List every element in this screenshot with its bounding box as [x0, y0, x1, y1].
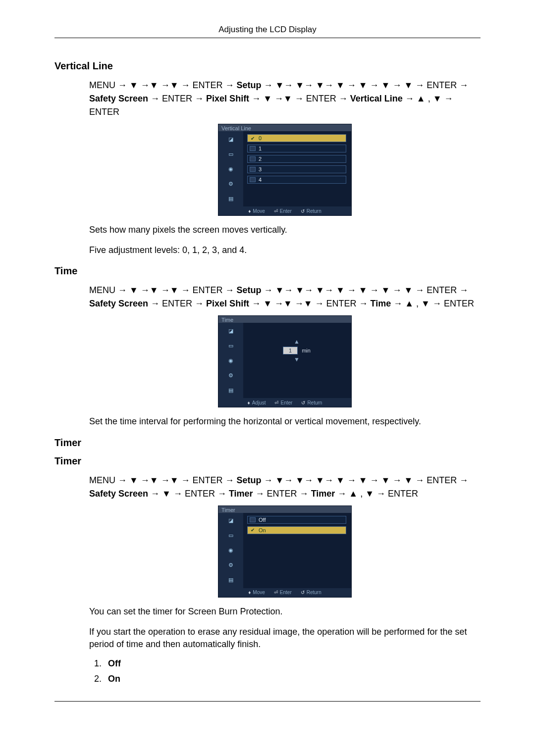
check-icon [250, 177, 256, 182]
osd-option[interactable]: ✔0 [247, 134, 346, 142]
osd-sidebar: ◪ ▭ ◉ ⚙ ▤ [218, 323, 243, 398]
nav-path-vertical-line: MENU → ▼ →▼ →▼ → ENTER → Setup → ▼→ ▼→ ▼… [89, 79, 481, 119]
check-icon: ✔ [250, 136, 256, 141]
osd-foot: ♦Move ⏎Enter ↺Return [218, 588, 351, 597]
gear-icon: ⚙ [223, 560, 238, 570]
return-icon: ↺ [301, 590, 305, 595]
osd-sidebar: ◪ ▭ ◉ ⚙ ▤ [218, 131, 243, 206]
footer-rule [54, 701, 481, 702]
osd-main: Off ✔On [243, 513, 351, 588]
heading-timer-1: Timer [54, 437, 481, 449]
heading-timer-2: Timer [54, 455, 481, 467]
gear-icon: ⚙ [223, 370, 238, 380]
timer-options-list: Off On [104, 658, 481, 684]
osd-option[interactable]: 1 [247, 145, 346, 152]
power-icon: ◉ [223, 164, 238, 174]
picture-icon: ◪ [223, 516, 238, 526]
enter-icon: ⏎ [274, 590, 278, 595]
osd-foot: ♦Move ⏎Enter ↺Return [218, 206, 351, 215]
multi-icon: ▤ [223, 575, 238, 585]
adjust-icon: ♦ [248, 400, 250, 405]
osd-option[interactable]: 3 [247, 165, 346, 173]
check-icon [250, 517, 256, 522]
picture-icon: ◪ [223, 326, 238, 336]
enter-icon: ⏎ [274, 400, 278, 405]
up-arrow-icon[interactable]: ▲ [294, 339, 300, 345]
enter-icon: ⏎ [274, 208, 278, 214]
nav-path-timer: MENU → ▼ →▼ →▼ → ENTER → Setup → ▼→ ▼→ ▼… [89, 474, 481, 501]
osd-time: Time ◪ ▭ ◉ ⚙ ▤ ▲ 1 min [218, 315, 352, 407]
osd-title: Vertical Line [218, 124, 351, 131]
osd-option[interactable]: ✔On [247, 526, 346, 534]
time-unit: min [302, 348, 311, 353]
move-icon: ♦ [248, 590, 251, 595]
osd-main: ▲ 1 min ▼ [243, 323, 351, 398]
check-icon: ✔ [250, 528, 256, 533]
vertical-line-desc-2: Five adjustment levels: 0, 1, 2, 3, and … [89, 244, 481, 256]
osd-sidebar: ◪ ▭ ◉ ⚙ ▤ [218, 513, 243, 588]
multi-icon: ▤ [223, 385, 238, 395]
input-icon: ▭ [223, 341, 238, 351]
power-icon: ◉ [223, 355, 238, 365]
osd-foot: ♦Adjust ⏎Enter ↺Return [218, 398, 351, 407]
picture-icon: ◪ [223, 134, 238, 144]
list-item: On [104, 674, 481, 684]
osd-vertical-line: Vertical Line ◪ ▭ ◉ ⚙ ▤ ✔0 1 2 3 4 [218, 124, 352, 216]
osd-main: ✔0 1 2 3 4 [243, 131, 351, 206]
check-icon [250, 156, 256, 161]
power-icon: ◉ [223, 546, 238, 555]
osd-timer: Timer ◪ ▭ ◉ ⚙ ▤ Off ✔On ♦Move [218, 505, 352, 598]
timer-desc-1: You can set the timer for Screen Burn Pr… [89, 605, 481, 618]
input-icon: ▭ [223, 149, 238, 159]
osd-option[interactable]: 2 [247, 155, 346, 163]
osd-option[interactable]: Off [247, 516, 346, 524]
page-header: Adjusting the LCD Display [54, 25, 481, 38]
osd-title: Time [218, 316, 351, 323]
return-icon: ↺ [301, 208, 305, 214]
multi-icon: ▤ [223, 194, 238, 203]
time-value[interactable]: 1 [283, 347, 298, 354]
heading-time: Time [54, 265, 481, 277]
input-icon: ▭ [223, 531, 238, 541]
time-desc: Set the time interval for performing the… [89, 415, 481, 428]
down-arrow-icon[interactable]: ▼ [294, 356, 300, 362]
check-icon [250, 167, 256, 172]
gear-icon: ⚙ [223, 179, 238, 189]
vertical-line-desc-1: Sets how many pixels the screen moves ve… [89, 224, 481, 236]
nav-path-time: MENU → ▼ →▼ →▼ → ENTER → Setup → ▼→ ▼→ ▼… [89, 284, 481, 310]
heading-vertical-line: Vertical Line [54, 60, 481, 72]
osd-title: Timer [218, 506, 351, 513]
osd-option[interactable]: 4 [247, 176, 346, 184]
timer-desc-2: If you start the operation to erase any … [89, 626, 481, 651]
move-icon: ♦ [248, 208, 251, 214]
return-icon: ↺ [301, 400, 305, 405]
list-item: Off [104, 658, 481, 669]
check-icon [250, 146, 256, 151]
